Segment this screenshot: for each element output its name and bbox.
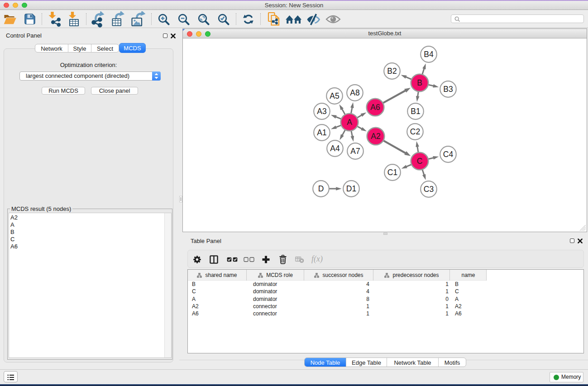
svg-text:A1: A1 <box>317 128 326 137</box>
svg-text:A8: A8 <box>350 88 359 97</box>
svg-text:D1: D1 <box>346 184 356 193</box>
svg-text:B: B <box>417 78 422 87</box>
svg-text:B1: B1 <box>411 107 420 116</box>
svg-text:A3: A3 <box>317 107 326 116</box>
svg-text:A: A <box>347 118 352 127</box>
svg-text:A5: A5 <box>330 91 339 100</box>
svg-text:B3: B3 <box>443 85 453 94</box>
svg-text:A6: A6 <box>370 103 380 112</box>
svg-text:D: D <box>318 184 324 193</box>
svg-text:C1: C1 <box>387 168 397 177</box>
svg-text:A2: A2 <box>371 132 380 141</box>
svg-text:B4: B4 <box>424 50 434 59</box>
svg-text:C: C <box>417 157 423 166</box>
svg-text:C2: C2 <box>410 127 420 136</box>
svg-text:C4: C4 <box>443 150 454 159</box>
svg-text:C3: C3 <box>424 185 434 194</box>
svg-text:A7: A7 <box>350 147 360 156</box>
svg-text:A4: A4 <box>330 144 340 153</box>
svg-text:B2: B2 <box>387 67 397 76</box>
